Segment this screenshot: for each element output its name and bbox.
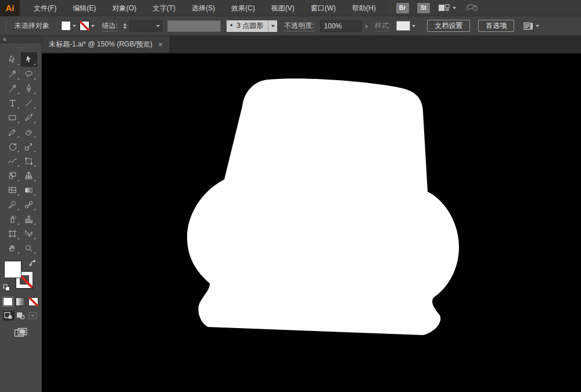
fill-indicator[interactable] (4, 261, 21, 278)
zoom-tool[interactable] (21, 241, 37, 256)
stroke-weight-combo[interactable] (129, 20, 163, 32)
opacity-value: 100% (324, 22, 342, 30)
scale-tool[interactable] (21, 139, 37, 154)
tab-close-icon[interactable]: × (158, 41, 163, 48)
stock-button[interactable]: St (417, 3, 430, 13)
rotate-tool[interactable] (5, 139, 21, 154)
menu-item-object[interactable]: 对象(O) (104, 0, 144, 16)
draw-behind-button[interactable] (15, 311, 27, 321)
opacity-label[interactable]: 不透明度: (284, 21, 314, 31)
panel-collapse-button[interactable]: « (0, 36, 41, 44)
tools-panel: « (0, 36, 42, 392)
preferences-button[interactable]: 首选项 (478, 20, 514, 32)
brush-name: 3 点圆形 (236, 21, 263, 30)
illustrator-window: Ai 文件(F)编辑(E)对象(O)文字(T)选择(S)效果(C)视图(V)窗口… (0, 0, 581, 392)
brush-dot: • (230, 21, 232, 30)
magic-wand-tool[interactable] (5, 67, 21, 81)
menu-item-view[interactable]: 视图(V) (263, 0, 303, 16)
style-label: 样式: (375, 21, 390, 31)
width-tool[interactable] (5, 154, 21, 168)
slice-tool[interactable] (21, 226, 37, 241)
selection-tool[interactable] (21, 52, 37, 67)
free-transform-tool[interactable] (21, 154, 37, 168)
shape-builder-tool[interactable] (5, 168, 21, 183)
artboard-tool[interactable] (5, 226, 21, 241)
control-bar: 未选择对象 描边: • 3 点圆形 不透明度: 100% › 样式: 文档设置 … (0, 16, 581, 36)
menu-item-edit[interactable]: 编辑(E) (64, 0, 104, 16)
canvas-svg (42, 53, 581, 392)
menubar: Ai 文件(F)编辑(E)对象(O)文字(T)选择(S)效果(C)视图(V)窗口… (0, 0, 581, 16)
blend-tool[interactable] (21, 197, 37, 212)
opacity-input[interactable]: 100% (320, 20, 362, 32)
control-bar-grip (6, 20, 6, 33)
gradient-button[interactable] (16, 297, 26, 306)
style-dropdown[interactable] (394, 21, 415, 31)
menubar-separator (390, 3, 390, 13)
menu-item-select[interactable]: 选择(S) (184, 0, 223, 16)
document-tab-bar: 未标题-1.ai* @ 150% (RGB/预览) × (42, 36, 581, 53)
draw-normal-button[interactable] (3, 311, 15, 321)
sync-settings-icon[interactable] (465, 2, 478, 13)
panel-icon (523, 22, 533, 30)
direct-selection-tool[interactable] (5, 52, 21, 67)
opacity-popup-arrow[interactable]: › (362, 21, 371, 30)
lasso-tool[interactable] (21, 67, 37, 81)
stroke-color-dropdown[interactable] (80, 21, 95, 31)
chevron-down-icon (156, 25, 160, 27)
control-panel-menu[interactable] (523, 22, 539, 30)
menu-item-type[interactable]: 文字(T) (145, 0, 184, 16)
drawing-mode-buttons (0, 311, 41, 321)
menu-item-window[interactable]: 窗口(W) (303, 0, 344, 16)
type-tool[interactable] (5, 96, 21, 110)
column-graph-tool[interactable] (21, 212, 37, 226)
mesh-tool[interactable] (5, 183, 21, 197)
symbol-sprayer-tool[interactable] (5, 212, 21, 226)
eraser-tool[interactable] (21, 125, 37, 139)
line-segment-tool[interactable] (21, 96, 37, 110)
selection-status: 未选择对象 (15, 21, 49, 31)
document-tab[interactable]: 未标题-1.ai* @ 150% (RGB/预览) × (42, 36, 170, 53)
brush-definition-combo[interactable]: • 3 点圆形 (227, 20, 277, 32)
chevron-down-icon (271, 25, 275, 27)
fill-swatch (61, 21, 71, 31)
document-setup-button[interactable]: 文档设置 (427, 20, 470, 32)
white-silhouette-shape[interactable] (187, 78, 459, 335)
perspective-grid-tool[interactable] (21, 168, 37, 183)
tools-grid (0, 52, 41, 256)
menu-items: 文件(F)编辑(E)对象(O)文字(T)选择(S)效果(C)视图(V)窗口(W)… (26, 0, 384, 16)
draw-inside-button[interactable] (27, 311, 39, 321)
pen-tool[interactable] (21, 81, 37, 96)
panel-grip[interactable] (0, 44, 41, 51)
stroke-weight-stepper[interactable] (123, 23, 127, 29)
document-tab-title: 未标题-1.ai* @ 150% (RGB/预览) (49, 39, 152, 49)
swap-fill-stroke-icon[interactable] (29, 260, 37, 267)
stepper-up-icon (123, 23, 127, 26)
none-button[interactable] (28, 297, 38, 306)
menu-item-help[interactable]: 帮助(H) (344, 0, 384, 16)
fill-color-dropdown[interactable] (61, 21, 76, 31)
gradient-tool[interactable] (21, 183, 37, 197)
screen-mode-button[interactable] (0, 328, 41, 338)
width-profile-combo[interactable] (167, 20, 221, 32)
color-button[interactable] (3, 297, 13, 306)
stepper-down-icon (123, 27, 127, 29)
hand-tool[interactable] (5, 241, 21, 256)
chevron-down-icon (453, 7, 456, 9)
paintbrush-tool[interactable] (21, 110, 37, 125)
eyedropper-tool[interactable] (5, 197, 21, 212)
app-logo: Ai (0, 0, 20, 16)
stroke-weight-label[interactable]: 描边: (102, 21, 117, 31)
anchor-point-tool[interactable] (5, 81, 21, 96)
bridge-button[interactable]: Br (396, 3, 409, 13)
artboard-canvas[interactable] (42, 53, 581, 392)
rectangle-tool[interactable] (5, 110, 21, 125)
default-fill-stroke-icon[interactable] (3, 284, 10, 292)
brush-combo-chevron[interactable] (268, 20, 277, 32)
menu-item-file[interactable]: 文件(F) (26, 0, 64, 16)
pencil-tool[interactable] (5, 125, 21, 139)
chevron-down-icon (91, 25, 95, 27)
stroke-none-swatch (80, 21, 89, 31)
workspace-switcher[interactable] (438, 4, 456, 12)
menu-item-effect[interactable]: 效果(C) (223, 0, 263, 16)
chevron-down-icon (73, 25, 76, 27)
